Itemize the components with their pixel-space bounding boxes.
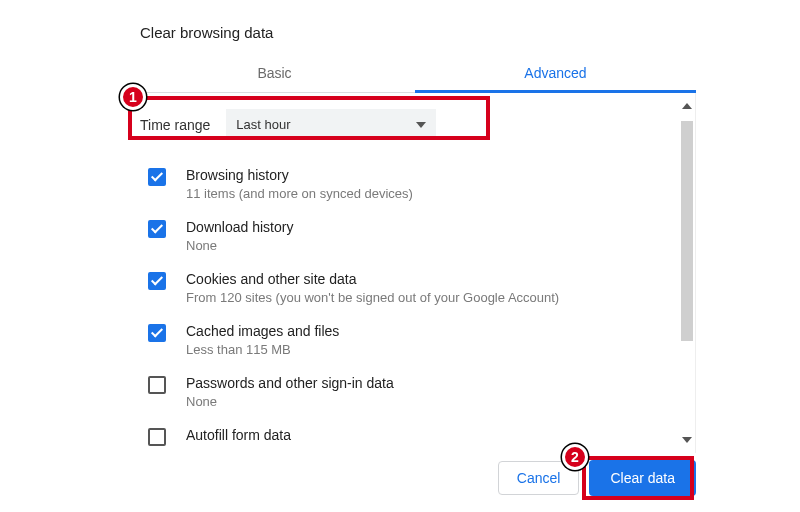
time-range-select[interactable]: Last hour — [226, 109, 436, 140]
clear-browsing-data-dialog: Clear browsing data Basic Advanced Time … — [134, 0, 696, 453]
dialog-title: Clear browsing data — [134, 0, 696, 55]
time-range-row: Time range Last hour — [134, 97, 679, 152]
checkbox-download-history[interactable] — [148, 220, 166, 238]
scrollbar-thumb[interactable] — [681, 121, 693, 341]
scroll-up-icon[interactable] — [680, 99, 694, 113]
scrollbar[interactable] — [679, 99, 695, 447]
chevron-down-icon — [416, 122, 426, 128]
list-item: Passwords and other sign-in data None — [148, 366, 671, 418]
checkbox-browsing-history[interactable] — [148, 168, 166, 186]
dialog-footer: Cancel Clear data — [498, 460, 696, 496]
tab-advanced[interactable]: Advanced — [415, 55, 696, 93]
item-sub: None — [186, 238, 293, 253]
checkbox-autofill[interactable] — [148, 428, 166, 446]
item-text: Download history None — [186, 219, 293, 253]
item-text: Browsing history 11 items (and more on s… — [186, 167, 413, 201]
item-text: Autofill form data — [186, 427, 291, 446]
tab-advanced-label: Advanced — [524, 65, 586, 81]
item-text: Cached images and files Less than 115 MB — [186, 323, 339, 357]
item-sub: Less than 115 MB — [186, 342, 339, 357]
scroll-down-icon[interactable] — [680, 433, 694, 447]
options-list: Browsing history 11 items (and more on s… — [134, 156, 695, 453]
list-item: Cached images and files Less than 115 MB — [148, 314, 671, 366]
tab-basic-label: Basic — [257, 65, 291, 81]
item-label: Cached images and files — [186, 323, 339, 339]
item-sub: From 120 sites (you won't be signed out … — [186, 290, 559, 305]
cancel-button[interactable]: Cancel — [498, 461, 580, 495]
list-item: Cookies and other site data From 120 sit… — [148, 262, 671, 314]
item-label: Browsing history — [186, 167, 413, 183]
checkbox-passwords[interactable] — [148, 376, 166, 394]
time-range-label: Time range — [140, 117, 210, 133]
time-range-value: Last hour — [236, 117, 290, 132]
clear-data-button[interactable]: Clear data — [589, 460, 696, 496]
item-label: Autofill form data — [186, 427, 291, 443]
list-item: Download history None — [148, 210, 671, 262]
tabs: Basic Advanced — [134, 55, 696, 93]
checkbox-cookies[interactable] — [148, 272, 166, 290]
item-text: Passwords and other sign-in data None — [186, 375, 394, 409]
item-sub: 11 items (and more on synced devices) — [186, 186, 413, 201]
content-area: Time range Last hour Browsing history 11… — [134, 93, 696, 453]
item-sub: None — [186, 394, 394, 409]
checkbox-cache[interactable] — [148, 324, 166, 342]
item-label: Download history — [186, 219, 293, 235]
item-label: Passwords and other sign-in data — [186, 375, 394, 391]
list-item: Browsing history 11 items (and more on s… — [148, 158, 671, 210]
tab-basic[interactable]: Basic — [134, 55, 415, 93]
item-text: Cookies and other site data From 120 sit… — [186, 271, 559, 305]
list-item: Autofill form data — [148, 418, 671, 453]
item-label: Cookies and other site data — [186, 271, 559, 287]
